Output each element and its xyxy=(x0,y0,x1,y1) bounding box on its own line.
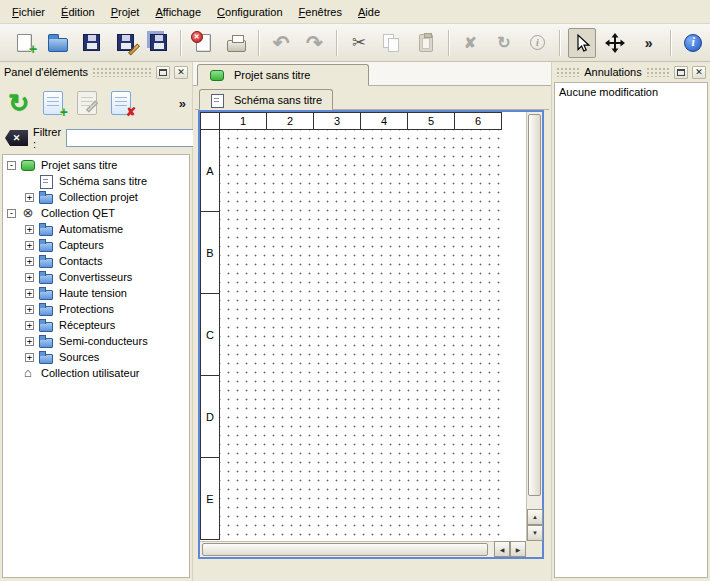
menu-projet[interactable]: Projet xyxy=(103,3,148,21)
tree-toggle[interactable]: + xyxy=(25,305,34,314)
red-cross-icon: ✕ xyxy=(191,31,203,43)
filter-row: ✕ Filtrer : xyxy=(2,126,190,150)
tree-item-protections[interactable]: + Protections xyxy=(3,301,189,317)
close-panel-button[interactable]: ✕ xyxy=(692,66,706,79)
tree-item-collection-qet[interactable]: - ⊗ Collection QET xyxy=(3,205,189,221)
schema-canvas[interactable]: 1 2 3 4 5 6 A B C D E xyxy=(200,112,526,541)
folder-icon xyxy=(39,335,53,347)
info-gray-icon: i xyxy=(530,35,545,50)
menu-fichier[interactable]: Fichier xyxy=(4,3,53,21)
tree-toggle[interactable]: - xyxy=(7,209,16,218)
elements-toolbar-overflow-button[interactable]: » xyxy=(179,96,186,111)
folder-icon xyxy=(39,303,53,315)
tree-toggle[interactable]: + xyxy=(25,225,34,234)
float-panel-button[interactable] xyxy=(156,66,170,79)
tree-toggle[interactable] xyxy=(25,177,34,186)
undo-panel-titlebar[interactable]: Annulations ✕ xyxy=(554,64,708,80)
element-info-button[interactable]: i xyxy=(524,28,551,58)
print-button[interactable] xyxy=(223,28,250,58)
tree-item-collection-utilisateur[interactable]: ⌂ Collection utilisateur xyxy=(3,365,189,381)
tree-item-convertisseurs[interactable]: + Convertisseurs xyxy=(3,269,189,285)
tree-toggle[interactable]: + xyxy=(25,353,34,362)
elements-panel-titlebar[interactable]: Panel d'éléments ✕ xyxy=(2,64,190,80)
toolbar-separator xyxy=(559,30,560,56)
open-button[interactable] xyxy=(44,28,71,58)
close-panel-button[interactable]: ✕ xyxy=(174,66,188,79)
float-panel-button[interactable] xyxy=(674,66,688,79)
scroll-right-button[interactable]: ▶ xyxy=(510,541,526,557)
reload-collections-button[interactable]: ↻ xyxy=(2,87,36,119)
undo-button[interactable]: ↶ xyxy=(267,28,294,58)
tree-toggle[interactable]: + xyxy=(25,273,34,282)
new-document-button[interactable]: + xyxy=(11,28,38,58)
float-icon xyxy=(677,69,685,76)
tree-toggle[interactable]: + xyxy=(25,337,34,346)
tree-toggle[interactable]: + xyxy=(25,193,34,202)
vertical-scrollbar[interactable]: ▲ ▼ xyxy=(526,112,542,541)
move-tool-button[interactable] xyxy=(602,28,629,58)
rotate-button[interactable]: ↻ xyxy=(490,28,517,58)
tree-item-automatisme[interactable]: + Automatisme xyxy=(3,221,189,237)
save-all-button[interactable] xyxy=(145,28,172,58)
close-file-button[interactable]: ✕ xyxy=(189,28,216,58)
menu-configuration[interactable]: Configuration xyxy=(209,3,290,21)
tree-item-capteurs[interactable]: + Capteurs xyxy=(3,237,189,253)
menu-affichage[interactable]: Affichage xyxy=(147,3,209,21)
undo-history-list[interactable]: Aucune modification xyxy=(554,82,708,578)
tree-item-project[interactable]: - Projet sans titre xyxy=(3,157,189,173)
column-header: 2 xyxy=(267,113,314,129)
copy-button[interactable] xyxy=(379,28,406,58)
tree-item-label: Projet sans titre xyxy=(39,159,119,171)
tree-item-sources[interactable]: + Sources xyxy=(3,349,189,365)
tree-item-haute-tension[interactable]: + Haute tension xyxy=(3,285,189,301)
menu-edition[interactable]: Édition xyxy=(53,3,103,21)
tree-item-semi-conducteurs[interactable]: + Semi-conducteurs xyxy=(3,333,189,349)
scrollbar-corner xyxy=(526,541,542,557)
clear-filter-button[interactable]: ✕ xyxy=(5,130,28,146)
tree-item-recepteurs[interactable]: + Récepteurs xyxy=(3,317,189,333)
edit-element-button[interactable] xyxy=(70,87,104,119)
save-button[interactable] xyxy=(78,28,105,58)
save-as-button[interactable] xyxy=(111,28,138,58)
tree-toggle[interactable]: + xyxy=(25,241,34,250)
toolbar-overflow-button[interactable]: » xyxy=(635,28,662,58)
undo-list-item[interactable]: Aucune modification xyxy=(555,83,707,101)
about-info-button[interactable]: i xyxy=(679,28,706,58)
elements-tree[interactable]: - Projet sans titre Schéma sans titre + … xyxy=(2,154,190,578)
tree-item-contacts[interactable]: + Contacts xyxy=(3,253,189,269)
tree-toggle[interactable]: + xyxy=(25,289,34,298)
close-icon: ✕ xyxy=(695,68,703,77)
delete-button[interactable]: ✘ xyxy=(457,28,484,58)
cut-button[interactable]: ✂ xyxy=(345,28,372,58)
tab-project[interactable]: Projet sans titre xyxy=(197,64,369,86)
horizontal-scrollbar[interactable]: ◀ ▶ xyxy=(200,541,526,557)
grid-dots[interactable] xyxy=(220,130,502,540)
tree-toggle[interactable] xyxy=(7,369,16,378)
dock-handle-texture[interactable] xyxy=(556,67,580,77)
toolbar-separator xyxy=(448,30,449,56)
scroll-down-button[interactable]: ▼ xyxy=(527,525,543,541)
horizontal-scrollbar-thumb[interactable] xyxy=(202,543,488,556)
tree-item-collection-projet[interactable]: + Collection projet xyxy=(3,189,189,205)
schema-view[interactable]: 1 2 3 4 5 6 A B C D E ▲ xyxy=(198,110,544,559)
folder-icon xyxy=(39,319,53,331)
dock-handle-texture[interactable] xyxy=(92,67,152,77)
menu-aide[interactable]: Aide xyxy=(350,3,388,21)
select-tool-button[interactable] xyxy=(568,28,595,58)
new-element-button[interactable]: + xyxy=(36,87,70,119)
tree-item-schema[interactable]: Schéma sans titre xyxy=(3,173,189,189)
scroll-up-button[interactable]: ▲ xyxy=(527,509,543,525)
tree-toggle[interactable]: + xyxy=(25,257,34,266)
scroll-left-button[interactable]: ◀ xyxy=(494,541,510,557)
tree-toggle[interactable]: + xyxy=(25,321,34,330)
project-icon xyxy=(210,69,224,81)
vertical-scrollbar-thumb[interactable] xyxy=(528,114,541,496)
redo-button[interactable]: ↷ xyxy=(301,28,328,58)
delete-element-button[interactable]: ✘ xyxy=(104,87,138,119)
tab-schema[interactable]: Schéma sans titre xyxy=(199,89,333,110)
dock-handle-texture[interactable] xyxy=(646,67,670,77)
menu-fenetres[interactable]: Fenêtres xyxy=(291,3,350,21)
project-tab-bar: Projet sans titre xyxy=(193,62,551,86)
tree-toggle[interactable]: - xyxy=(7,161,16,170)
paste-button[interactable] xyxy=(412,28,439,58)
